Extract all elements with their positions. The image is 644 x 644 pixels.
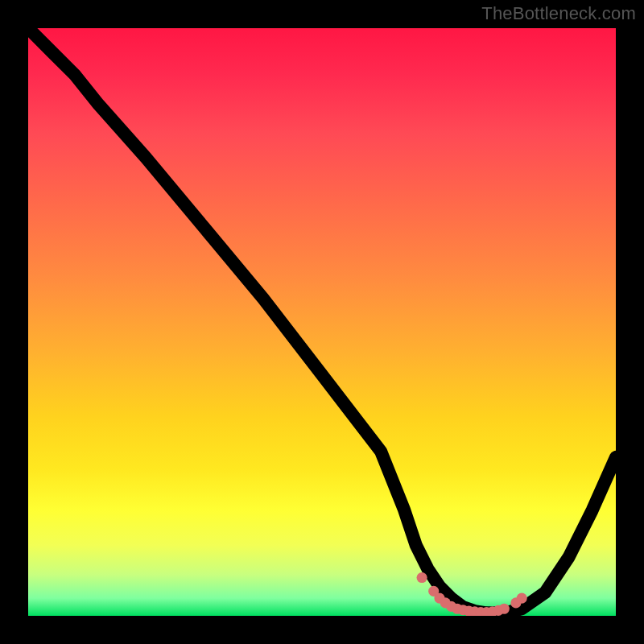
- plot-area: [28, 28, 616, 616]
- watermark-text: TheBottleneck.com: [481, 3, 636, 24]
- chart-svg: [28, 28, 616, 616]
- main-curve: [28, 28, 616, 613]
- marker-dot: [517, 593, 527, 604]
- marker-dot: [417, 572, 427, 583]
- chart-frame: TheBottleneck.com: [0, 0, 644, 644]
- marker-dot: [499, 604, 510, 614]
